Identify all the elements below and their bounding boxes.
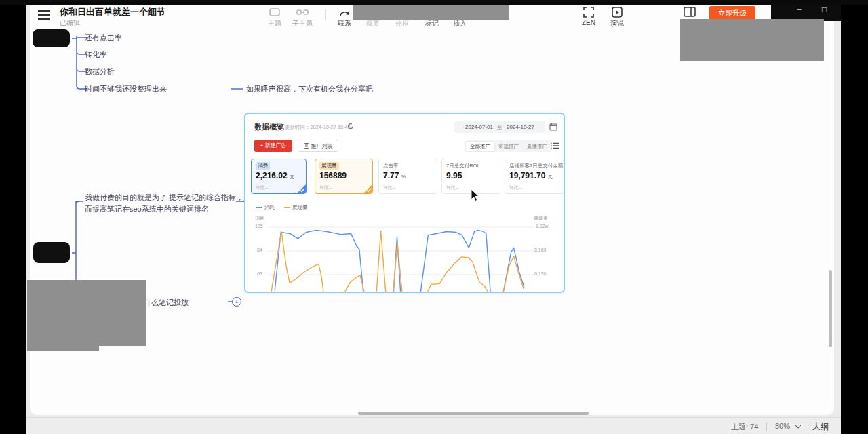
redaction-box-bottom-left (27, 280, 146, 346)
play-icon (602, 7, 632, 18)
topic-text[interactable]: 还有点击率 (85, 33, 122, 43)
mouse-cursor (471, 189, 480, 202)
upgrade-button[interactable]: 立即升级 (709, 6, 755, 20)
metric-card-payment: 店铺新客7日总支付金额 19,791.70 元 环比-- (505, 159, 564, 194)
tab-subtopic[interactable]: 子主题 (288, 7, 317, 28)
left-axis-tick: 84 (257, 248, 262, 252)
list-settings-icon (551, 142, 559, 150)
chevron-down-icon (795, 425, 801, 429)
left-axis-tick: 63 (257, 271, 262, 276)
window-top-edge (0, 0, 868, 5)
redaction-box-bottom-left-tab (27, 344, 99, 351)
updated-timestamp: 更新时间：2024-10-27 10:48 (285, 124, 351, 131)
date-to: 2024-10-27 (507, 124, 534, 130)
redacted-topic-node-1[interactable] (33, 29, 70, 47)
hamburger-menu-icon[interactable] (38, 10, 50, 20)
right-axis-label: 展现量 (534, 215, 548, 222)
metric-card-ctr: 点击率 7.77 % 环比-- (378, 159, 437, 194)
embedded-dashboard-image[interactable]: 数据概览 更新时间：2024-10-27 10:48 2024-07-01 至 … (244, 113, 565, 293)
trend-chart (268, 224, 534, 293)
refresh-icon (347, 123, 354, 130)
tab-regular-promo: 常规推广 (494, 142, 523, 151)
topic-text[interactable]: 时间不够我还没整理出来 (85, 84, 167, 94)
zen-icon (574, 7, 604, 18)
check-icon (300, 188, 305, 193)
present-button[interactable]: 演说 (602, 7, 632, 28)
vertical-scrollbar[interactable] (829, 270, 832, 347)
screen: 你和日出百单就差一个细节 已编辑 主题 子主题 联系 概要 外框 标记 插入 Z… (0, 0, 868, 434)
metric-card-impressions: 展现量 156889 环比-- (315, 159, 373, 194)
horizontal-scrollbar[interactable] (358, 412, 589, 415)
topic-text[interactable]: 转化率 (85, 50, 107, 60)
tab-all-promo: 全部推广 (466, 142, 494, 151)
date-separator: 至 (497, 123, 502, 131)
calendar-icon (549, 123, 557, 131)
topic-count: 主题: 74 (731, 422, 758, 432)
collapse-count-badge[interactable]: 1 (232, 297, 241, 307)
toolbar-divider (326, 9, 326, 20)
legend-item-impressions: 展现量 (284, 204, 308, 211)
promo-list-button: 推广列表 (298, 140, 338, 152)
right-axis-tick: 6,120 (534, 271, 547, 276)
outline-toggle[interactable]: 大纲 (812, 421, 829, 433)
paragraph-topic-text[interactable]: 我做付费的目的就是为了 提示笔记的综合指标，从而提高笔记在seo系统中的关键词排… (85, 192, 252, 214)
check-icon (366, 188, 372, 193)
dashboard-title: 数据概览 (254, 122, 284, 132)
topic-icon (260, 7, 290, 18)
status-divider (766, 422, 767, 431)
metric-card-spend: 消费 2,216.02 元 环比-- (251, 159, 307, 194)
date-range-picker: 2024-07-01 至 2024-10-27 (454, 121, 545, 133)
maximize-button[interactable]: □ (822, 4, 827, 15)
zen-mode-button[interactable]: ZEN (574, 7, 604, 26)
right-axis-tick: 8,160 (534, 248, 547, 252)
left-axis-tick: 105 (255, 224, 263, 229)
save-status: 已编辑 (60, 18, 80, 28)
list-icon (304, 143, 309, 149)
sidebar-panel-icon[interactable] (684, 7, 696, 17)
left-axis-label: 消耗 (255, 215, 264, 222)
promo-type-tabs: 全部推广 常规推广 直播推广 (465, 140, 552, 152)
status-bar: 主题: 74 80% 大纲 (26, 417, 841, 434)
redacted-topic-node-2[interactable] (33, 242, 70, 263)
redaction-box-top-right (680, 19, 824, 61)
tab-live-promo: 直播推广 (523, 142, 551, 151)
subtopic-icon (288, 7, 317, 18)
chart-legend: 消耗 展现量 (256, 204, 308, 211)
minimize-button[interactable]: − (797, 4, 802, 15)
date-from: 2024-07-01 (465, 124, 493, 130)
letterbox-left (0, 0, 26, 434)
note-text[interactable]: 如果呼声很高，下次有机会我在分享吧 (246, 84, 373, 94)
zoom-level[interactable]: 80% (775, 422, 790, 430)
tab-topic[interactable]: 主题 (260, 7, 290, 28)
topic-text[interactable]: 数据分析 (85, 66, 115, 77)
legend-item-spend: 消耗 (256, 204, 275, 211)
document-title: 你和日出百单就差一个细节 (60, 6, 165, 18)
new-ad-button: + 新建广告 (254, 140, 292, 152)
letterbox-right (841, 0, 868, 434)
partial-topic-text[interactable]: 什么笔记投放 (144, 298, 189, 308)
status-divider (806, 422, 806, 431)
right-axis-tick: 1.02w (536, 224, 549, 229)
